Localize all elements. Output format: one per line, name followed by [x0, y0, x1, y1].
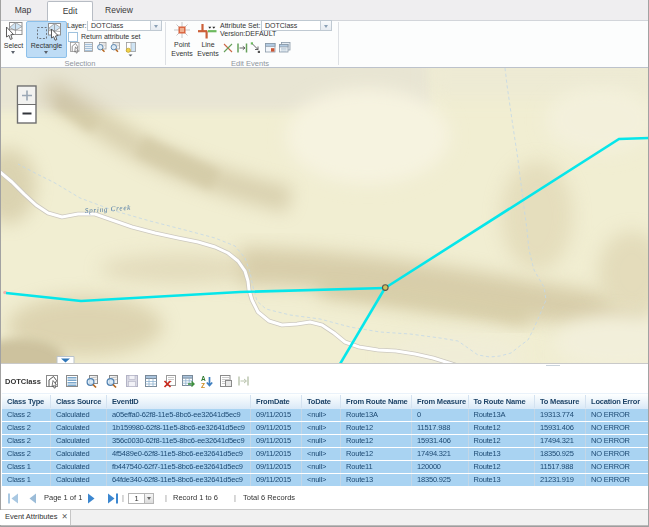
svg-text:Z: Z: [201, 382, 205, 389]
